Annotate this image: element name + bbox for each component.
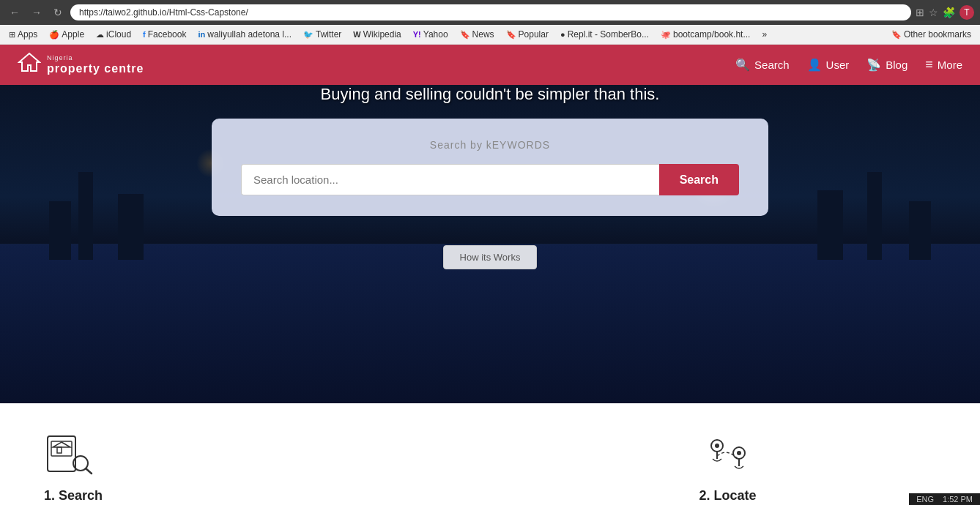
star-icon[interactable]: ☆ <box>929 7 938 18</box>
how-it-works-button[interactable]: How its Works <box>443 245 538 269</box>
logo[interactable]: Nigeria property centre <box>18 52 144 78</box>
nav-user[interactable]: 👤 User <box>807 58 850 72</box>
bookmarks-bar: ⊞ Apps 🍎 Apple ☁ iCloud f Facebook in wa… <box>0 25 980 45</box>
svg-marker-3 <box>53 442 70 447</box>
extensions-icon[interactable]: ⊞ <box>916 7 924 18</box>
navbar-right: 🔍 Search 👤 User 📡 Blog ≡ More <box>735 57 962 72</box>
refresh-button[interactable]: ↻ <box>50 5 66 20</box>
hero-content: Buying and selling couldn't be simpler t… <box>0 85 980 269</box>
apple-icon: 🍎 <box>49 30 59 40</box>
popular-icon: 🔖 <box>506 30 516 40</box>
nav-blog[interactable]: 📡 Blog <box>866 58 907 72</box>
locate-illustration-icon <box>702 433 754 479</box>
status-time: 1:52 PM <box>943 495 973 504</box>
bookmark-popular-label: Popular <box>519 29 549 40</box>
bookmark-apps-label: Apps <box>18 29 37 40</box>
bookmark-facebook-label: Facebook <box>148 29 187 40</box>
bookmark-linkedin[interactable]: in waliyullah adetona l... <box>195 28 294 41</box>
how-search-title: 1. Search <box>44 488 103 504</box>
bookmark-icloud[interactable]: ☁ iCloud <box>93 28 134 41</box>
logo-bottom-text: property centre <box>47 62 144 75</box>
bookmark-popular[interactable]: 🔖 Popular <box>503 28 552 41</box>
browser-toolbar: ← → ↻ https://taiwo2.github.io/Html-Css-… <box>0 0 980 25</box>
yahoo-icon: Y! <box>413 30 421 39</box>
bookmark-replit-label: Repl.it - SomberBo... <box>568 29 649 40</box>
linkedin-icon: in <box>198 30 205 39</box>
profile-icon[interactable]: T <box>959 5 974 20</box>
bookmark-wikipedia-label: Wikipedia <box>363 29 401 40</box>
search-box: Search by kEYWORDS Search <box>212 119 768 216</box>
bookmark-apps[interactable]: ⊞ Apps <box>6 28 40 41</box>
bookmark-yahoo-label: Yahoo <box>423 29 448 40</box>
bookmark-yahoo[interactable]: Y! Yahoo <box>410 28 451 41</box>
bookmark-other-label: Other bookmarks <box>904 29 971 40</box>
navbar: Nigeria property centre 🔍 Search 👤 User … <box>0 45 980 85</box>
bookmark-bootcamp-label: bootcamp/book.ht... <box>673 29 750 40</box>
how-locate-col: 2. Locate You also need to take into con… <box>505 433 951 505</box>
bookmark-twitter[interactable]: 🐦 Twitter <box>300 28 344 41</box>
svg-rect-4 <box>57 447 62 453</box>
browser-chrome: ← → ↻ https://taiwo2.github.io/Html-Css-… <box>0 0 980 45</box>
status-bar: ENG 1:52 PM <box>909 493 980 505</box>
address-text: https://taiwo2.github.io/Html-Css-Capsto… <box>79 7 902 18</box>
how-search-col: 1. Search We have a total of 26,230 Prop… <box>29 433 475 505</box>
bookmark-news-label: News <box>472 29 494 40</box>
bookmark-apple[interactable]: 🍎 Apple <box>46 28 87 41</box>
svg-marker-0 <box>19 53 40 71</box>
news-icon: 🔖 <box>460 30 470 40</box>
browser-icons-right: ⊞ ☆ 🧩 T <box>916 5 974 20</box>
facebook-icon: f <box>143 30 146 39</box>
bookmark-icloud-label: iCloud <box>106 29 131 40</box>
twitter-icon: 🐦 <box>303 30 313 40</box>
hero-tagline: Buying and selling couldn't be simpler t… <box>0 85 980 104</box>
svg-point-11 <box>737 451 741 455</box>
status-language: ENG <box>916 495 934 504</box>
bookmark-wikipedia[interactable]: W Wikipedia <box>350 28 404 41</box>
bootcamp-icon: 🐙 <box>661 30 671 40</box>
icloud-icon: ☁ <box>96 30 104 40</box>
nav-more[interactable]: ≡ More <box>925 57 962 72</box>
search-illustration-icon <box>44 433 95 479</box>
how-it-works-section: 1. Search We have a total of 26,230 Prop… <box>0 403 980 505</box>
search-location-input[interactable] <box>241 164 659 195</box>
search-box-title: Search by kEYWORDS <box>241 139 739 151</box>
svg-line-6 <box>86 468 92 474</box>
apps-icon: ⊞ <box>9 30 15 40</box>
logo-top-text: Nigeria <box>47 55 144 62</box>
bookmark-apple-label: Apple <box>62 29 84 40</box>
address-bar[interactable]: https://taiwo2.github.io/Html-Css-Capsto… <box>70 4 911 20</box>
search-nav-label: Search <box>754 59 790 71</box>
bookmark-more[interactable]: » <box>759 28 770 41</box>
replit-icon: ● <box>560 30 565 39</box>
user-nav-icon: 👤 <box>807 58 822 72</box>
blog-nav-label: Blog <box>886 59 907 71</box>
bookmark-linkedin-label: waliyullah adetona l... <box>207 29 292 40</box>
bookmark-bootcamp[interactable]: 🐙 bootcamp/book.ht... <box>658 28 753 41</box>
more-nav-icon: ≡ <box>925 57 933 72</box>
search-submit-button[interactable]: Search <box>659 164 739 195</box>
bookmark-twitter-label: Twitter <box>316 29 341 40</box>
forward-button[interactable]: → <box>28 5 45 20</box>
bookmark-other[interactable]: 🔖 Other bookmarks <box>888 28 974 41</box>
more-nav-label: More <box>938 59 962 71</box>
bookmark-news[interactable]: 🔖 News <box>457 28 497 41</box>
logo-text: Nigeria property centre <box>47 55 144 75</box>
other-bookmarks-icon: 🔖 <box>891 30 902 40</box>
user-nav-label: User <box>826 59 850 71</box>
svg-point-8 <box>715 444 719 448</box>
nav-search[interactable]: 🔍 Search <box>735 58 790 72</box>
how-locate-title: 2. Locate <box>699 488 756 504</box>
puzzle-icon[interactable]: 🧩 <box>943 7 955 18</box>
bookmark-facebook[interactable]: f Facebook <box>140 28 189 41</box>
logo-house-icon <box>18 52 41 78</box>
back-button[interactable]: ← <box>6 5 23 20</box>
blog-nav-icon: 📡 <box>866 58 881 72</box>
bookmark-replit[interactable]: ● Repl.it - SomberBo... <box>557 28 652 41</box>
search-row: Search <box>241 164 739 195</box>
hero-section: Buying and selling couldn't be simpler t… <box>0 85 980 403</box>
search-nav-icon: 🔍 <box>735 58 750 72</box>
more-bookmarks-label: » <box>762 29 767 40</box>
wikipedia-icon: W <box>353 30 360 39</box>
